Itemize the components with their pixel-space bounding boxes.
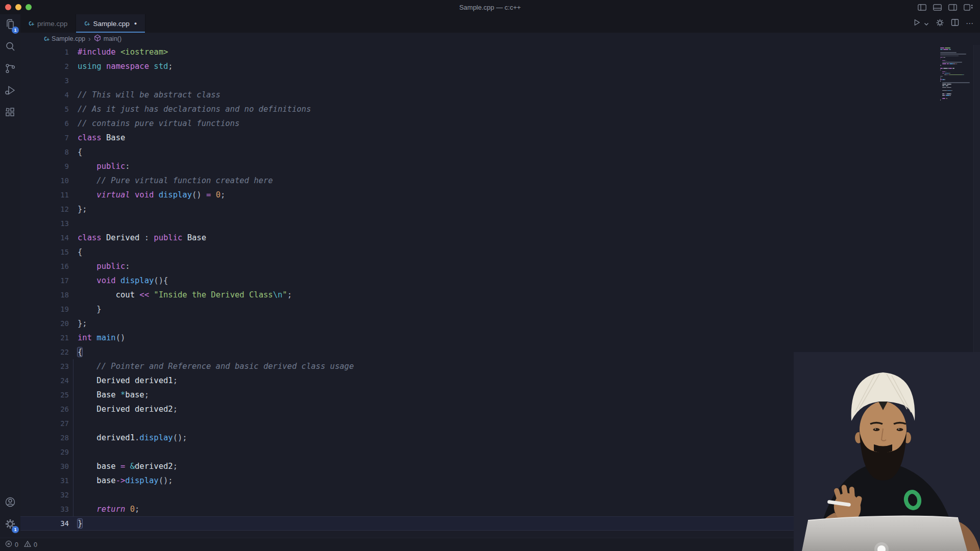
more-actions-icon[interactable]: ⋯: [966, 21, 974, 26]
cpp-file-icon: C+: [29, 21, 34, 27]
accounts-button[interactable]: [0, 492, 20, 514]
breadcrumb-separator: ›: [88, 36, 91, 42]
line-number: 16: [20, 259, 69, 273]
tab-prime-cpp[interactable]: C+ prime.cpp: [20, 14, 76, 33]
line-number: 34: [20, 516, 69, 531]
line-number: 15: [20, 245, 69, 259]
line-number: 8: [20, 145, 69, 159]
settings-button[interactable]: 1: [0, 514, 20, 536]
search-icon: [5, 41, 16, 54]
line-number: 3: [20, 73, 69, 88]
code-line[interactable]: 21int main(): [20, 331, 980, 345]
layout-panel-icon[interactable]: [933, 4, 942, 11]
code-line[interactable]: 2using namespace std;: [20, 59, 980, 73]
code-line[interactable]: 4// This will be abstract class: [20, 88, 980, 102]
line-number: 25: [20, 388, 69, 402]
line-number: 4: [20, 88, 69, 102]
line-number: 33: [20, 502, 69, 516]
line-number: 28: [20, 431, 69, 445]
line-number: 30: [20, 459, 69, 473]
layout-sidebar-left-icon[interactable]: [918, 4, 926, 11]
tab-bar: C+ prime.cpp C+ Sample.cpp ● ⋯: [20, 14, 980, 33]
code-line[interactable]: 20};: [20, 316, 980, 331]
sidebar-item-source-control[interactable]: [0, 58, 20, 80]
split-editor-icon[interactable]: [951, 18, 959, 29]
code-line[interactable]: 9 public:: [20, 159, 980, 173]
activity-bar: 1 1: [0, 14, 20, 538]
line-number: 13: [20, 216, 69, 231]
extensions-icon: [5, 107, 16, 120]
line-number: 6: [20, 116, 69, 131]
code-line[interactable]: 12};: [20, 202, 980, 216]
code-line[interactable]: 18 cout << "Inside the Derived Class\n";: [20, 288, 980, 302]
zoom-window-button[interactable]: [26, 4, 32, 10]
line-number: 14: [20, 231, 69, 245]
presenter-webcam: [794, 352, 980, 551]
source-control-icon: [5, 63, 16, 76]
line-number: 21: [20, 331, 69, 345]
warning-count: 0: [34, 541, 37, 548]
line-number: 23: [20, 359, 69, 373]
tab-label: prime.cpp: [37, 20, 67, 28]
code-line[interactable]: 11 virtual void display() = 0;: [20, 188, 980, 202]
run-button[interactable]: [913, 18, 921, 29]
layout-customize-icon[interactable]: [964, 4, 973, 11]
line-number: 17: [20, 273, 69, 288]
window-title: Sample.cpp — c:c++: [0, 4, 980, 11]
code-line[interactable]: 8{: [20, 145, 980, 159]
line-number: 32: [20, 488, 69, 502]
error-icon: [5, 540, 12, 549]
code-line[interactable]: 19 }: [20, 302, 980, 316]
breadcrumb-symbol[interactable]: main(): [94, 34, 121, 43]
breadcrumb: C+ Sample.cpp › main(): [20, 33, 980, 45]
line-number: 11: [20, 188, 69, 202]
cpp-file-icon: C+: [84, 21, 89, 27]
titlebar: Sample.cpp — c:c++: [0, 0, 980, 14]
line-number: 18: [20, 288, 69, 302]
sidebar-item-search[interactable]: [0, 36, 20, 58]
code-line[interactable]: 14class Derived : public Base: [20, 231, 980, 245]
code-line[interactable]: 13: [20, 216, 980, 231]
error-count: 0: [15, 541, 18, 548]
code-line[interactable]: 16 public:: [20, 259, 980, 273]
line-number: 31: [20, 473, 69, 488]
sidebar-item-run-debug[interactable]: [0, 80, 20, 102]
line-number: 20: [20, 316, 69, 331]
code-line[interactable]: 15{: [20, 245, 980, 259]
line-number: 9: [20, 159, 69, 173]
code-line[interactable]: 7class Base: [20, 131, 980, 145]
line-number: 27: [20, 416, 69, 431]
close-window-button[interactable]: [5, 4, 11, 10]
settings-gear-icon[interactable]: [936, 18, 944, 29]
sidebar-item-explorer[interactable]: 1: [0, 14, 20, 36]
minimap[interactable]: [940, 46, 972, 104]
line-number: 12: [20, 202, 69, 216]
code-line[interactable]: 6// contains pure virtual functions: [20, 116, 980, 131]
modified-dot-icon[interactable]: ●: [134, 21, 137, 26]
line-number: 29: [20, 445, 69, 459]
tab-label: Sample.cpp: [93, 20, 129, 28]
problems-indicator[interactable]: 0 0: [5, 540, 37, 549]
code-line[interactable]: 5// As it just has declarations and no d…: [20, 102, 980, 116]
layout-sidebar-right-icon[interactable]: [948, 4, 957, 11]
tab-sample-cpp[interactable]: C+ Sample.cpp ●: [76, 14, 145, 33]
run-dropdown-chevron-icon[interactable]: [924, 19, 929, 28]
cpp-file-icon: C+: [44, 36, 49, 42]
code-line[interactable]: 3: [20, 73, 980, 88]
code-line[interactable]: 10 // Pure virtual function created here: [20, 173, 980, 188]
account-icon: [5, 496, 16, 510]
line-number: 24: [20, 373, 69, 388]
code-line[interactable]: 17 void display(){: [20, 273, 980, 288]
line-number: 22: [20, 345, 69, 359]
breadcrumb-file[interactable]: C+ Sample.cpp: [44, 35, 85, 42]
run-debug-icon: [5, 85, 16, 98]
sidebar-item-extensions[interactable]: [0, 102, 20, 124]
minimize-window-button[interactable]: [15, 4, 21, 10]
settings-badge: 1: [12, 526, 19, 533]
warning-icon: [24, 540, 31, 549]
symbol-method-icon: [94, 34, 101, 43]
line-number: 5: [20, 102, 69, 116]
line-number: 2: [20, 59, 69, 73]
explorer-badge: 1: [12, 27, 19, 34]
code-line[interactable]: 1#include <iostream>: [20, 45, 980, 59]
